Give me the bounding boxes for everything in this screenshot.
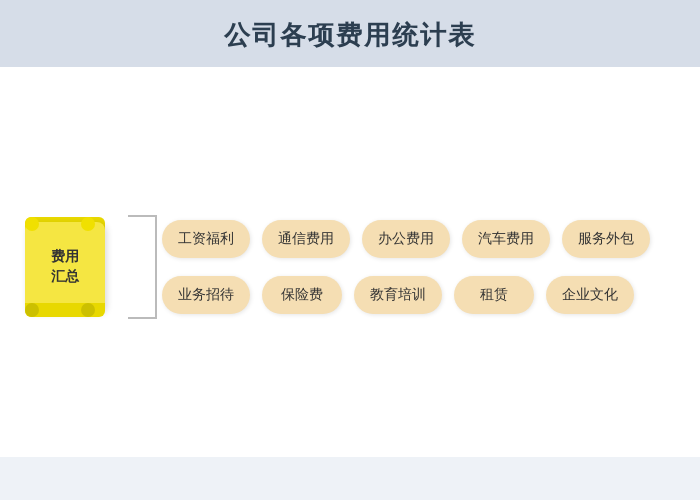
scroll-curl-bl xyxy=(25,303,39,317)
nodes-section: 工资福利 通信费用 办公费用 汽车费用 服务外包 xyxy=(162,220,680,314)
page-title: 公司各项费用统计表 xyxy=(224,20,476,50)
nodes-row-1: 工资福利 通信费用 办公费用 汽车费用 服务外包 xyxy=(162,220,680,258)
connector-line-top xyxy=(128,215,156,217)
node-office[interactable]: 办公费用 xyxy=(362,220,450,258)
node-car[interactable]: 汽车费用 xyxy=(462,220,550,258)
page-container: 公司各项费用统计表 费用 汇总 xyxy=(0,0,700,500)
node-rental[interactable]: 租赁 xyxy=(454,276,534,314)
scroll-curl-br xyxy=(81,303,95,317)
connector-line-bottom xyxy=(128,317,156,319)
scroll-body: 费用 汇总 xyxy=(25,222,105,312)
connector-lines xyxy=(128,187,158,347)
nodes-row-2: 业务招待 保险费 教育培训 租赁 企业文化 xyxy=(162,276,680,314)
main-area: 费用 汇总 工资福利 xyxy=(0,67,700,457)
scroll-label: 费用 汇总 xyxy=(51,247,79,286)
scroll-curl-tl xyxy=(25,217,39,231)
diagram: 费用 汇总 工资福利 xyxy=(20,187,680,347)
node-insurance[interactable]: 保险费 xyxy=(262,276,342,314)
scroll-curl-tr xyxy=(81,217,95,231)
connector-line-vertical xyxy=(155,215,157,319)
node-training[interactable]: 教育培训 xyxy=(354,276,442,314)
node-entertainment[interactable]: 业务招待 xyxy=(162,276,250,314)
node-culture[interactable]: 企业文化 xyxy=(546,276,634,314)
node-telecom[interactable]: 通信费用 xyxy=(262,220,350,258)
node-outsource[interactable]: 服务外包 xyxy=(562,220,650,258)
node-salary[interactable]: 工资福利 xyxy=(162,220,250,258)
title-bar: 公司各项费用统计表 xyxy=(0,0,700,67)
scroll-icon: 费用 汇总 xyxy=(20,217,110,317)
